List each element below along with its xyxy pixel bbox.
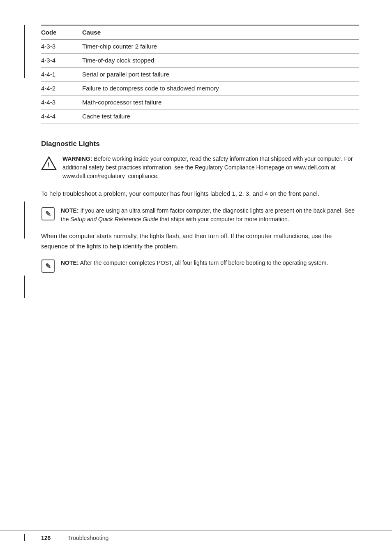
footer-page-number: 126 — [41, 535, 51, 541]
note-box-2: ✎ NOTE: After the computer completes POS… — [41, 259, 359, 273]
table-cell-cause: Failure to decompress code to shadowed m… — [82, 81, 359, 95]
page: Code Cause 4-3-3Timer-chip counter 2 fai… — [0, 0, 392, 556]
table-cell-code: 4-4-3 — [41, 95, 82, 109]
footer-separator — [59, 535, 59, 541]
note-label-1: NOTE: — [61, 207, 79, 214]
body-para-1: To help troubleshoot a problem, your com… — [41, 189, 359, 199]
table-row: 4-3-3Timer-chip counter 2 failure — [41, 39, 359, 53]
table-cell-cause: Math-coprocessor test failure — [82, 95, 359, 109]
footer-section-label: Troubleshooting — [67, 535, 108, 541]
note-icon-1: ✎ — [41, 207, 55, 221]
col-header-cause: Cause — [82, 25, 359, 39]
table-cell-cause: Cache test failure — [82, 109, 359, 123]
note-text-2: NOTE: After the computer completes POST,… — [61, 259, 328, 267]
margin-bar-note1 — [24, 202, 25, 239]
warning-content: Before working inside your computer, rea… — [62, 155, 353, 179]
note-icon-2: ✎ — [41, 259, 55, 273]
table-cell-code: 4-3-3 — [41, 39, 82, 53]
warning-label: WARNING: — [62, 155, 92, 162]
warning-icon: ! — [41, 155, 57, 171]
note-content-2b: After the computer completes POST, all f… — [80, 259, 328, 266]
svg-text:✎: ✎ — [45, 262, 51, 270]
table-row: 4-4-1Serial or parallel port test failur… — [41, 67, 359, 81]
warning-box: ! WARNING: Before working inside your co… — [41, 155, 359, 181]
svg-text:✎: ✎ — [45, 210, 51, 218]
table-cell-code: 4-4-1 — [41, 67, 82, 81]
col-header-code: Code — [41, 25, 82, 39]
table-row: 4-4-4Cache test failure — [41, 109, 359, 123]
note-box-1: ✎ NOTE: If you are using an ultra small … — [41, 206, 359, 224]
table-row: 4-4-2Failure to decompress code to shado… — [41, 81, 359, 95]
beep-code-table: Code Cause 4-3-3Timer-chip counter 2 fai… — [41, 25, 359, 123]
warning-text: WARNING: Before working inside your comp… — [62, 155, 359, 181]
footer: 126 Troubleshooting — [0, 530, 392, 541]
margin-bar-top — [24, 25, 25, 78]
table-row: 4-4-3Math-coprocessor test failure — [41, 95, 359, 109]
margin-bar-note2 — [24, 276, 25, 298]
table-cell-code: 4-4-2 — [41, 81, 82, 95]
table-cell-code: 4-4-4 — [41, 109, 82, 123]
note-content-1: If you are using an ultra small form fac… — [61, 207, 355, 222]
body-para-2: When the computer starts normally, the l… — [41, 231, 359, 252]
table-cell-cause: Timer-chip counter 2 failure — [82, 39, 359, 53]
table-cell-code: 4-3-4 — [41, 53, 82, 67]
table-cell-cause: Serial or parallel port test failure — [82, 67, 359, 81]
table-cell-cause: Time-of-day clock stopped — [82, 53, 359, 67]
note-text-1: NOTE: If you are using an ultra small fo… — [61, 206, 359, 224]
section-heading: Diagnostic Lights — [41, 140, 359, 148]
note-label-2: NOTE: — [61, 259, 79, 266]
table-row: 4-3-4Time-of-day clock stopped — [41, 53, 359, 67]
svg-text:!: ! — [48, 161, 50, 169]
